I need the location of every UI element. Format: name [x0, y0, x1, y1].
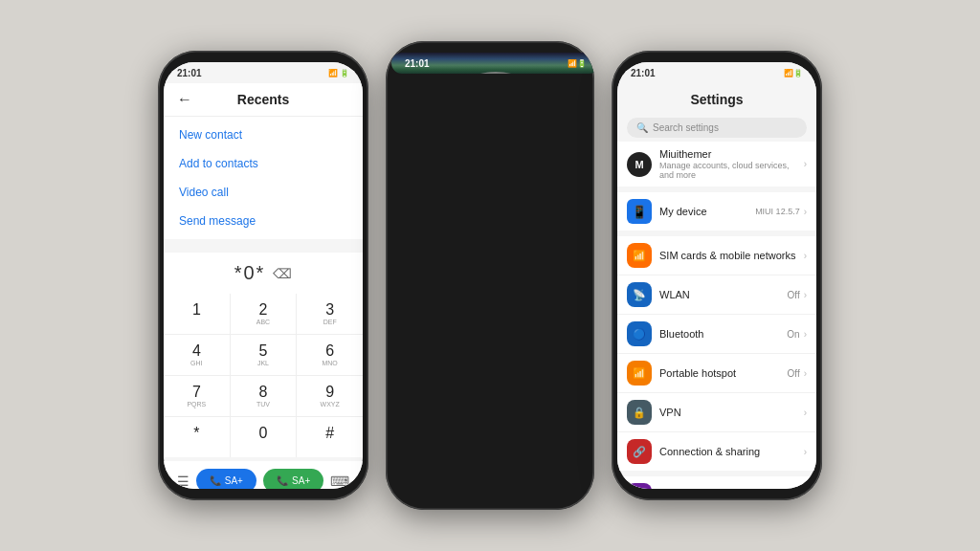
phone3-screen: 21:01 📶🔋 Settings 🔍 Search settings M Mi…: [617, 62, 816, 489]
sim-label: SIM cards & mobile networks: [659, 250, 796, 261]
search-placeholder: Search settings: [653, 122, 719, 133]
status-icons-phone3: 📶🔋: [784, 69, 803, 77]
dial-number: *0*: [234, 262, 266, 284]
dial-delete-button[interactable]: ⌫: [273, 266, 292, 281]
miuithemer-label: Miuithemer: [659, 148, 796, 160]
phone-home: 21:01 📶🔋 Miuithemer ⏺ Screen Recorder ⬇ …: [386, 41, 594, 510]
settings-section-device: 📱 My device MIUI 12.5.7 ›: [617, 192, 816, 231]
dial-key-0[interactable]: 0: [231, 417, 297, 457]
dial-grid: 1 2ABC 3DEF 4GHI 5JKL 6MNO 7PQRS 8TUV 9W…: [164, 294, 363, 457]
miui-badge: MIUI 12.5.7: [755, 207, 800, 216]
settings-list: M Miuithemer Manage accounts, cloud serv…: [617, 142, 816, 489]
chevron-icon: ›: [804, 290, 807, 300]
status-bar-phone3: 21:01 📶🔋: [617, 62, 816, 83]
phone2-screen: 21:01 📶🔋 Miuithemer ⏺ Screen Recorder ⬇ …: [391, 53, 594, 74]
vpn-label: VPN: [659, 407, 796, 418]
settings-item-wallpaper[interactable]: 🖼 Wallpaper & personalization ›: [617, 476, 816, 489]
miuithemer-icon: M: [627, 152, 652, 177]
dial-key-5[interactable]: 5JKL: [231, 335, 297, 375]
new-contact-action[interactable]: New contact: [164, 121, 363, 149]
chevron-icon: ›: [804, 329, 807, 340]
recents-actions-list: New contact Add to contacts Video call S…: [164, 117, 363, 239]
status-bar-phone2: 21:01 📶🔋: [391, 53, 594, 74]
call-button-2[interactable]: 📞 SA+: [263, 469, 323, 489]
device-icon: 📱: [627, 199, 652, 224]
status-icons-phone1: 📶 🔋: [328, 69, 349, 77]
keypad-icon[interactable]: ⌨: [330, 474, 349, 489]
settings-title: Settings: [690, 92, 743, 107]
dial-key-9[interactable]: 9WXYZ: [297, 376, 363, 416]
chevron-icon: ›: [804, 159, 807, 169]
status-time-phone2: 21:01: [405, 58, 430, 69]
settings-search-bar[interactable]: 🔍 Search settings: [627, 118, 807, 138]
send-message-action[interactable]: Send message: [164, 207, 363, 235]
phone-recents: 21:01 📶 🔋 ← Recents New contact Add to c…: [158, 51, 368, 500]
settings-section-account: M Miuithemer Manage accounts, cloud serv…: [617, 142, 816, 187]
settings-item-vpn[interactable]: 🔒 VPN ›: [617, 393, 816, 432]
dial-key-hash[interactable]: #: [297, 417, 363, 457]
settings-item-wlan[interactable]: 📡 WLAN Off ›: [617, 276, 816, 315]
mydevice-label: My device: [659, 206, 747, 217]
settings-section-network: 📶 SIM cards & mobile networks › 📡 WLAN: [617, 236, 816, 471]
wallpaper-icon: 🖼: [627, 483, 652, 489]
chevron-icon: ›: [804, 447, 807, 457]
settings-section-display: 🖼 Wallpaper & personalization › 🔆 Always…: [617, 476, 816, 489]
dial-key-8[interactable]: 8TUV: [231, 376, 297, 416]
video-call-action[interactable]: Video call: [164, 178, 363, 207]
bt-label: Bluetooth: [659, 328, 779, 340]
dial-key-2[interactable]: 2ABC: [231, 294, 297, 334]
settings-item-mydevice[interactable]: 📱 My device MIUI 12.5.7 ›: [617, 192, 816, 231]
sharing-label: Connection & sharing: [659, 446, 796, 457]
dial-key-7[interactable]: 7PQRS: [164, 376, 230, 416]
settings-item-hotspot[interactable]: 📶 Portable hotspot Off ›: [617, 354, 816, 393]
bt-value: On: [787, 329, 799, 340]
dial-key-4[interactable]: 4GHI: [164, 335, 230, 375]
hotspot-icon: 📶: [627, 361, 652, 386]
recents-header: ← Recents: [164, 83, 363, 117]
settings-header: Settings: [617, 83, 816, 114]
hotspot-label: Portable hotspot: [659, 367, 780, 379]
sharing-icon: 🔗: [627, 439, 652, 464]
search-icon: 🔍: [636, 122, 648, 133]
dial-key-3[interactable]: 3DEF: [297, 294, 363, 334]
status-icons-phone2: 📶🔋: [568, 59, 587, 68]
wlan-label: WLAN: [659, 289, 780, 300]
back-button[interactable]: ←: [177, 91, 192, 108]
dial-key-6[interactable]: 6MNO: [297, 335, 363, 375]
vpn-icon: 🔒: [627, 400, 652, 425]
wlan-value: Off: [788, 290, 800, 300]
status-time-phone3: 21:01: [631, 68, 656, 78]
call-button-1[interactable]: 📞 SA+: [196, 469, 256, 489]
add-to-contacts-action[interactable]: Add to contacts: [164, 149, 363, 178]
chevron-icon: ›: [804, 251, 807, 261]
dial-key-star[interactable]: *: [164, 417, 230, 457]
settings-item-miuithemer[interactable]: M Miuithemer Manage accounts, cloud serv…: [617, 142, 816, 187]
status-time-phone1: 21:01: [177, 68, 202, 78]
miuithemer-sublabel: Manage accounts, cloud services, and mor…: [659, 161, 796, 180]
settings-item-sharing[interactable]: 🔗 Connection & sharing ›: [617, 432, 816, 471]
settings-item-sim[interactable]: 📶 SIM cards & mobile networks ›: [617, 236, 816, 276]
recents-title: Recents: [202, 92, 324, 107]
status-bar-phone1: 21:01 📶 🔋: [164, 62, 363, 83]
phone-settings: 21:01 📶🔋 Settings 🔍 Search settings M Mi…: [612, 51, 822, 500]
wlan-icon: 📡: [627, 282, 652, 307]
hotspot-value: Off: [788, 368, 800, 379]
dial-display: *0* ⌫: [164, 253, 363, 294]
chevron-icon: ›: [804, 408, 807, 418]
chevron-icon: ›: [804, 368, 807, 379]
phone1-screen: 21:01 📶 🔋 ← Recents New contact Add to c…: [164, 62, 363, 489]
settings-item-bluetooth[interactable]: 🔵 Bluetooth On ›: [617, 315, 816, 354]
dial-key-1[interactable]: 1: [164, 294, 230, 334]
sim-icon: 📶: [627, 243, 652, 268]
recents-divider: [164, 245, 363, 253]
dial-bottom-bar: ☰ 📞 SA+ 📞 SA+ ⌨: [164, 461, 363, 489]
menu-icon[interactable]: ☰: [177, 474, 189, 489]
chevron-icon: ›: [804, 207, 807, 217]
bluetooth-icon: 🔵: [627, 321, 652, 346]
